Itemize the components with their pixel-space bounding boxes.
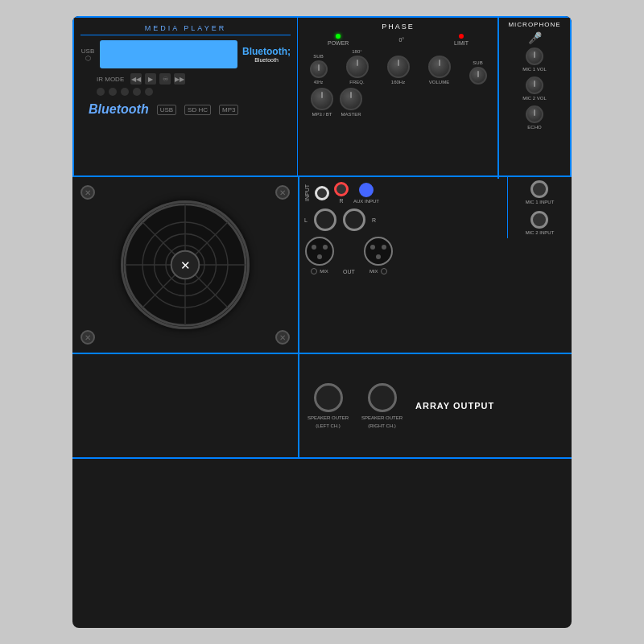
xlr-mix-row: MIX OUT MIX — [304, 236, 567, 275]
l-label: L — [304, 217, 308, 223]
svg-point-16 — [382, 245, 386, 250]
mic1-input-jack[interactable] — [530, 180, 548, 198]
middle-panel: ✕ ✕ ✕ ✕ ✕ — [72, 177, 572, 354]
speaker-outer-right-jack[interactable] — [368, 383, 397, 412]
rca-red-jack[interactable] — [334, 182, 349, 196]
usb-logo: USB — [157, 105, 176, 115]
mix-right-label-row: MIX — [369, 268, 387, 275]
speaker-outer-right-label: SPEAKER OUTER — [361, 415, 402, 420]
mic-icon: 🎤 — [502, 31, 567, 44]
quarter-inch-right[interactable] — [343, 208, 365, 231]
quarter-inch-left[interactable] — [314, 208, 336, 231]
freq-160-knob[interactable] — [387, 56, 410, 78]
r-label: R — [339, 198, 343, 204]
out-label: OUT — [343, 269, 355, 275]
top-panel: MEDIA PLAYER USB ⬡ Bluetooth; Bluetooth … — [72, 16, 572, 177]
speaker-outer-left-label: SPEAKER OUTER — [308, 415, 349, 420]
speaker-outer-left-group: SPEAKER OUTER (LEFT CH.) — [308, 383, 349, 428]
mix-left-label-row: MIX — [311, 268, 328, 275]
svg-point-12 — [323, 245, 328, 250]
speaker-outer-left-jack[interactable] — [314, 383, 343, 412]
volume-knob[interactable] — [428, 56, 451, 78]
aux-input-label: AUX INPUT — [353, 199, 379, 204]
lcd-display — [100, 40, 237, 68]
speaker-output-section: SPEAKER OUTER (LEFT CH.) SPEAKER OUTER (… — [72, 354, 572, 459]
svg-point-10 — [306, 237, 333, 265]
left-ch-label: (LEFT CH.) — [316, 423, 341, 428]
aux-input-jack[interactable] — [359, 183, 374, 197]
right-ch-label: (RIGHT CH.) — [368, 423, 396, 428]
sub-knob-right-group: SUB — [469, 60, 487, 85]
knob-row-2: MP3 / BT MASTER — [303, 88, 493, 117]
sub-knob-left-group: SUB 40Hz — [310, 54, 328, 85]
screw-top-right: ✕ — [275, 185, 290, 200]
speaker-left-area — [72, 354, 298, 457]
echo-group: ECHO — [502, 105, 567, 130]
phase-title: PHASE — [303, 23, 493, 31]
microphone-title: MICROPHONE — [502, 21, 567, 28]
usb-connector[interactable]: USB ⬡ — [80, 47, 95, 62]
mic2-input-label: MIC 2 INPUT — [526, 230, 555, 235]
audio-mixer-device: MEDIA PLAYER USB ⬡ Bluetooth; Bluetooth … — [72, 16, 572, 628]
array-output-group: ARRAY OUTPUT — [415, 401, 494, 411]
mode-btn-4[interactable] — [133, 88, 141, 96]
mic-subsection: MICROPHONE 🎤 MIC 1 VOL MIC 2 VOL ECHO — [497, 18, 570, 179]
freq-160-knob-group: 160Hz — [387, 56, 410, 85]
mode-btn-2[interactable] — [109, 88, 117, 96]
mode-buttons-row — [80, 88, 291, 96]
xlr-left-connector[interactable] — [304, 236, 335, 266]
media-player-title: MEDIA PLAYER — [80, 24, 291, 35]
logo-row: Bluetooth USB SD HC MP3 — [80, 102, 291, 117]
phase-indicators-row: POWER 0° LIMIT — [303, 34, 493, 46]
rca-white-group — [315, 186, 329, 200]
next-btn[interactable]: ▶▶ — [174, 73, 185, 85]
fan-section: ✕ ✕ ✕ ✕ ✕ — [72, 177, 298, 353]
mic2-vol-group: MIC 2 VOL — [502, 76, 567, 101]
mic1-vol-knob[interactable] — [526, 47, 543, 65]
mic1-vol-group: MIC 1 VOL — [502, 47, 567, 72]
mode-btn-3[interactable] — [121, 88, 129, 96]
svg-point-15 — [370, 245, 375, 250]
prev-btn[interactable]: ◀◀ — [130, 73, 142, 85]
mix-out-left-group: MIX — [304, 236, 335, 275]
mic2-input-jack[interactable] — [530, 211, 548, 229]
sub-knob-right[interactable] — [469, 67, 487, 85]
mic-input-jacks: MIC 1 INPUT MIC 2 INPUT — [511, 180, 568, 235]
out-label-group: OUT — [343, 269, 355, 275]
echo-knob[interactable] — [526, 105, 543, 123]
mode-btn-5[interactable] — [145, 88, 153, 96]
rca-white-jack[interactable] — [315, 186, 329, 200]
mp3-logo: MP3 — [219, 105, 238, 115]
io-section: INPUT R AUX INPUT MI — [298, 177, 572, 353]
media-top-row: USB ⬡ Bluetooth; Bluetooth — [80, 40, 291, 68]
mp3bt-knob[interactable] — [311, 88, 333, 110]
phase-180-knob-group: 180° FREQ. — [346, 49, 369, 85]
zero-degree-indicator: 0° — [398, 37, 404, 43]
bluetooth-logo: Bluetooth — [89, 102, 149, 117]
master-knob[interactable] — [340, 88, 362, 110]
aux-input-group: AUX INPUT — [353, 183, 379, 204]
sd-logo: SD HC — [184, 105, 211, 115]
sub-knob-left[interactable] — [310, 60, 328, 78]
cooling-fan: ✕ — [121, 200, 250, 329]
xlr-right-connector[interactable] — [363, 236, 394, 266]
media-player-section: MEDIA PLAYER USB ⬡ Bluetooth; Bluetooth … — [72, 16, 298, 177]
ir-mode-label: IR MODE — [97, 76, 124, 83]
loop-btn[interactable]: ♾ — [159, 73, 171, 85]
speaker-right-area: SPEAKER OUTER (LEFT CH.) SPEAKER OUTER (… — [298, 354, 572, 457]
mic-inputs-section: MIC 1 INPUT MIC 2 INPUT — [507, 177, 572, 238]
r-label-2: R — [372, 217, 376, 223]
svg-point-17 — [376, 254, 381, 259]
play-btn[interactable]: ▶ — [145, 73, 156, 85]
phase-180-knob[interactable] — [346, 56, 369, 78]
mix-indicator-left — [311, 268, 317, 275]
screw-bottom-right: ✕ — [275, 330, 290, 345]
mic2-vol-knob[interactable] — [526, 76, 543, 94]
power-indicator: POWER — [328, 34, 349, 46]
fan-grill-svg: ✕ — [123, 200, 247, 329]
power-led — [336, 34, 341, 39]
mode-btn-1[interactable] — [97, 88, 105, 96]
limit-indicator: LIMIT — [454, 34, 469, 46]
speaker-outer-right-group: SPEAKER OUTER (RIGHT CH.) — [361, 383, 402, 428]
limit-led — [459, 34, 464, 39]
